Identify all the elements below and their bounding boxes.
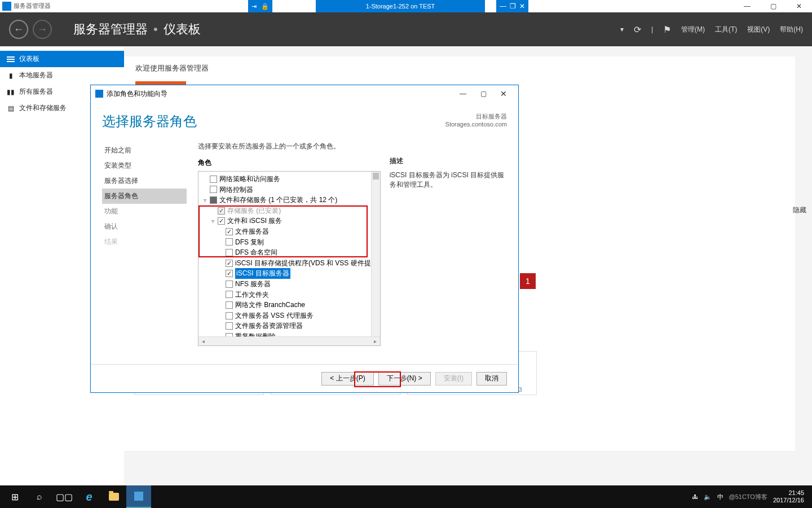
role-label: DFS 复制 [235,237,264,248]
server-manager-icon [2,2,11,11]
start-button[interactable]: ⊞ [2,485,27,508]
task-view-button[interactable]: ▢▢ [52,485,77,508]
network-icon[interactable]: 🖧 [692,493,698,500]
server-manager-taskbar-button[interactable] [126,485,151,508]
scroll-thumb[interactable] [373,173,379,179]
dropdown-icon[interactable]: ▾ [620,25,624,33]
role-item[interactable]: iSCSI 目标存储提供程序(VDS 和 VSS 硬件提供 [201,258,378,269]
role-checkbox[interactable] [226,301,233,309]
prev-button[interactable]: < 上一步(P) [321,372,373,386]
sidebar-item-local-server[interactable]: ▮本地服务器 [0,67,124,84]
target-server-name: Storages.contoso.com [445,121,507,128]
role-item[interactable]: DFS 命名空间 [201,247,378,258]
expand-icon[interactable]: ▿ [202,196,208,205]
menu-help[interactable]: 帮助(H) [780,25,803,34]
role-item[interactable]: 文件服务器 VSS 代理服务 [201,310,378,321]
role-item[interactable]: 网络文件 BranchCache [201,300,378,310]
add-roles-wizard: 添加角色和功能向导 — ▢ ✕ 选择服务器角色 目标服务器 Storages.c… [90,85,519,393]
role-label: 文件和 iSCSI 服务 [227,216,282,226]
sidebar-item-dashboard[interactable]: 仪表板 [0,51,124,67]
role-checkbox[interactable] [226,249,233,256]
wizard-content: 选择要安装在所选服务器上的一个或多个角色。 角色 网络策略和访问服务网络控制器▿… [187,136,507,364]
role-checkbox[interactable] [210,186,217,193]
menu-tools[interactable]: 工具(T) [715,25,737,34]
maximize-button[interactable]: ▢ [760,0,786,12]
scroll-right-icon[interactable]: ▸ [371,338,380,344]
search-button[interactable]: ⌕ [27,485,52,508]
wizard-close-button[interactable]: ✕ [496,88,511,99]
server-icon: ▮ [7,72,15,79]
vm-restore-icon[interactable]: ❐ [510,2,516,10]
role-item[interactable]: 文件服务器 [201,226,378,237]
roles-listbox[interactable]: 网络策略和访问服务网络控制器▿文件和存储服务 (1 个已安装，共 12 个)存储… [198,171,381,346]
wizard-footer: < 上一步(P) 下一步(N) > 安装(I) 取消 [91,364,518,392]
role-item[interactable]: 网络控制器 [201,185,378,195]
role-item[interactable]: ▿文件和存储服务 (1 个已安装，共 12 个) [201,195,378,205]
vm-minimize-icon[interactable]: — [500,2,506,10]
wizard-step-server-roles[interactable]: 服务器角色 [102,189,187,204]
role-item[interactable]: 工作文件夹 [201,290,378,300]
wizard-step-install-type[interactable]: 安装类型 [102,158,187,173]
role-item[interactable]: ▿文件和 iSCSI 服务 [201,216,378,226]
role-checkbox[interactable] [226,312,233,319]
menu-view[interactable]: 视图(V) [747,25,770,34]
wizard-maximize-button[interactable]: ▢ [475,88,491,99]
system-tray[interactable]: 🖧 🔈 中 @51CTO博客 21:45 2017/12/16 [686,489,810,504]
role-checkbox[interactable] [226,228,233,235]
wizard-minimize-button[interactable]: — [455,88,471,99]
vm-close-icon[interactable]: ✕ [519,2,525,10]
role-checkbox[interactable] [226,270,233,277]
role-checkbox[interactable] [218,207,225,214]
role-item[interactable]: 存储服务 (已安装) [201,205,378,216]
role-item[interactable]: iSCSI 目标服务器 [201,268,378,279]
role-checkbox[interactable] [218,217,225,225]
nav-back-button[interactable]: ← [9,20,28,39]
role-label: iSCSI 目标服务器 [235,268,290,279]
wizard-step-before-begin[interactable]: 开始之前 [102,143,187,158]
wizard-page-title: 选择服务器角色 [102,112,197,130]
refresh-icon[interactable]: ⟳ [634,24,641,35]
pin-icon[interactable]: ⇥ [251,3,257,10]
role-checkbox[interactable] [226,322,233,330]
volume-icon[interactable]: 🔈 [704,493,712,501]
role-label: NFS 服务器 [235,279,271,290]
wizard-step-server-selection[interactable]: 服务器选择 [102,173,187,189]
scroll-left-icon[interactable]: ◂ [198,338,208,344]
wizard-step-features[interactable]: 功能 [102,204,187,219]
roles-hscrollbar[interactable]: ◂▸ [198,336,380,345]
expand-icon[interactable]: ▿ [210,217,215,226]
close-button[interactable]: ✕ [786,0,812,12]
breadcrumb-root[interactable]: 服务器管理器 [73,21,148,38]
hide-link[interactable]: 隐藏 [793,205,806,215]
minimize-button[interactable]: — [734,0,760,12]
app-title: 服务器管理器 [14,2,51,10]
taskbar-clock[interactable]: 21:45 2017/12/16 [773,489,804,504]
role-checkbox[interactable] [226,291,233,298]
role-item[interactable]: 网络策略和访问服务 [201,174,378,185]
taskbar[interactable]: ⊞ ⌕ ▢▢ e 🖧 🔈 中 @51CTO博客 21:45 2017/12/16 [0,485,812,508]
wizard-step-confirm[interactable]: 确认 [102,219,187,234]
flag-icon[interactable]: ⚑ [663,24,671,35]
ie-button[interactable]: e [77,485,102,508]
ime-indicator[interactable]: 中 [717,493,723,501]
role-item[interactable]: DFS 复制 [201,237,378,248]
alert-badge[interactable]: 1 [520,273,536,289]
role-item[interactable]: 文件服务器资源管理器 [201,321,378,331]
role-item[interactable]: NFS 服务器 [201,279,378,290]
role-checkbox[interactable] [226,238,233,246]
lock-icon[interactable]: 🔒 [261,3,269,10]
wizard-titlebar[interactable]: 添加角色和功能向导 — ▢ ✕ [91,85,518,102]
menu-manage[interactable]: 管理(M) [681,25,705,34]
roles-vscrollbar[interactable] [371,172,380,336]
roles-header: 角色 [198,158,381,168]
install-button: 安装(I) [435,372,472,386]
dashboard-icon [7,56,15,62]
role-checkbox[interactable] [226,260,233,267]
role-checkbox[interactable] [210,196,217,204]
role-checkbox[interactable] [226,281,233,288]
file-explorer-button[interactable] [102,485,126,508]
next-button[interactable]: 下一步(N) > [378,372,431,386]
cancel-button[interactable]: 取消 [476,372,507,386]
description-header: 描述 [390,156,505,166]
role-checkbox[interactable] [210,176,217,183]
